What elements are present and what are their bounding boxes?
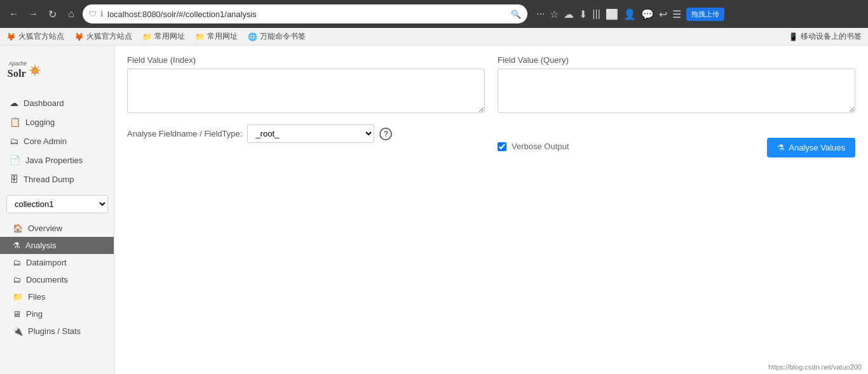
core-admin-icon: 🗂 bbox=[10, 136, 18, 146]
verbose-checkbox[interactable] bbox=[498, 142, 506, 151]
field-query-label: Field Value (Query) bbox=[498, 55, 855, 65]
home-button[interactable]: ⌂ bbox=[64, 6, 79, 22]
extension-icon: ☁ bbox=[564, 8, 574, 20]
main-content: Field Value (Index) Analyse Fieldname / … bbox=[114, 46, 868, 374]
bookmark-icon-2: 🦊 bbox=[74, 32, 84, 41]
bookmark-2[interactable]: 🦊 火狐官方站点 bbox=[74, 31, 132, 42]
svg-text:Solr: Solr bbox=[8, 67, 26, 79]
verbose-label: Verbose Output bbox=[512, 142, 569, 151]
bookmark-icon-1: 🦊 bbox=[6, 32, 16, 41]
thread-dump-icon: 🗄 bbox=[10, 174, 18, 184]
dataimport-icon: 🗂 bbox=[13, 258, 21, 267]
lock-icon: 🛡 bbox=[89, 10, 97, 18]
collection-nav-dataimport[interactable]: 🗂 Dataimport bbox=[0, 254, 114, 271]
browser-chrome: ← → ↻ ⌂ 🛡 ℹ localhost:8080/solr/#/collec… bbox=[0, 0, 868, 28]
dashboard-icon: ☁ bbox=[10, 98, 18, 108]
bookmark-icon-4: 📁 bbox=[195, 32, 205, 41]
sidebar-toggle-icon[interactable]: ⬜ bbox=[606, 8, 618, 20]
analyse-values-button[interactable]: ⚗ Analyse Values bbox=[767, 138, 855, 157]
field-index-textarea[interactable] bbox=[127, 69, 485, 113]
more-icon[interactable]: ··· bbox=[536, 8, 545, 20]
mobile-icon: 📱 bbox=[789, 32, 798, 41]
collection-nav-ping[interactable]: 🖥 Ping bbox=[0, 305, 114, 323]
refresh-button[interactable]: ↻ bbox=[44, 6, 60, 22]
logging-icon: 📋 bbox=[10, 117, 20, 127]
java-properties-icon: 📄 bbox=[10, 155, 20, 165]
info-icon: ℹ bbox=[100, 10, 104, 18]
verbose-row: Verbose Output bbox=[498, 142, 569, 151]
svg-text:Apache: Apache bbox=[8, 61, 27, 67]
bookmarks-bar: 🦊 火狐官方站点 🦊 火狐官方站点 📁 常用网址 📁 常用网址 🌐 万能命令书签… bbox=[0, 28, 868, 46]
field-index-section: Field Value (Index) Analyse Fieldname / … bbox=[127, 55, 485, 157]
back2-icon[interactable]: ↩ bbox=[659, 8, 667, 20]
overview-icon: 🏠 bbox=[13, 224, 23, 233]
back-button[interactable]: ← bbox=[6, 6, 22, 22]
field-index-label: Field Value (Index) bbox=[127, 55, 485, 65]
collection-nav-analysis[interactable]: ⚗ Analysis bbox=[0, 237, 114, 254]
filter-icon: ⚗ bbox=[777, 143, 785, 152]
bookmark-star-icon[interactable]: ☆ bbox=[550, 8, 559, 20]
bookmark-1[interactable]: 🦊 火狐官方站点 bbox=[6, 31, 64, 42]
bookmark-5[interactable]: 🌐 万能命令书签 bbox=[248, 31, 306, 42]
profile-icon: 👤 bbox=[623, 8, 636, 20]
bookmark-4[interactable]: 📁 常用网址 bbox=[195, 31, 238, 42]
collection-nav-documents[interactable]: 🗂 Documents bbox=[0, 271, 114, 288]
logo: Apache Solr bbox=[0, 46, 114, 93]
sidebar-nav: ☁ Dashboard 📋 Logging 🗂 Core Admin 📄 Jav… bbox=[0, 93, 114, 189]
field-query-section: Field Value (Query) Verbose Output ⚗ Ana… bbox=[498, 55, 855, 157]
sidebar-item-java-properties[interactable]: 📄 Java Properties bbox=[0, 150, 114, 170]
fieldname-select[interactable]: _root_ id title text bbox=[247, 124, 374, 143]
bookmark-icon-3: 📁 bbox=[142, 32, 152, 41]
app-container: Apache Solr bbox=[0, 46, 868, 374]
collection-nav-plugins[interactable]: 🔌 Plugins / Stats bbox=[0, 323, 114, 340]
ping-icon: 🖥 bbox=[13, 309, 21, 319]
collection-nav-overview[interactable]: 🏠 Overview bbox=[0, 220, 114, 237]
documents-icon: 🗂 bbox=[13, 275, 21, 284]
collection-nav: 🏠 Overview ⚗ Analysis 🗂 Dataimport 🗂 Doc… bbox=[0, 220, 114, 340]
sidebar-item-core-admin[interactable]: 🗂 Core Admin bbox=[0, 131, 114, 150]
url-text: localhost:8080/solr/#/collection1/analys… bbox=[107, 10, 507, 19]
sidebar: Apache Solr bbox=[0, 46, 114, 374]
bookmark-3[interactable]: 📁 常用网址 bbox=[142, 31, 185, 42]
solr-logo-svg: Apache Solr bbox=[6, 55, 44, 87]
files-icon: 📁 bbox=[13, 292, 23, 302]
help-icon[interactable]: ? bbox=[379, 128, 392, 140]
sidebar-item-dashboard[interactable]: ☁ Dashboard bbox=[0, 93, 114, 112]
svg-line-5 bbox=[37, 72, 39, 74]
search-icon: 🔍 bbox=[511, 10, 521, 19]
fieldname-row: Analyse Fieldname / FieldType: _root_ id… bbox=[127, 124, 485, 143]
collection-nav-files[interactable]: 📁 Files bbox=[0, 288, 114, 305]
forward-button[interactable]: → bbox=[25, 6, 41, 22]
download-icon[interactable]: ⬇ bbox=[579, 8, 587, 20]
svg-line-3 bbox=[37, 67, 39, 68]
plugins-icon: 🔌 bbox=[13, 326, 23, 336]
library-icon[interactable]: ||| bbox=[592, 8, 600, 20]
browser-actions: ··· ☆ ☁ ⬇ ||| ⬜ 👤 💬 ↩ ☰ 拖拽上传 bbox=[536, 8, 724, 21]
sidebar-item-logging[interactable]: 📋 Logging bbox=[0, 112, 114, 131]
sidebar-item-thread-dump[interactable]: 🗄 Thread Dump bbox=[0, 170, 114, 189]
field-query-textarea[interactable] bbox=[498, 69, 855, 113]
analysis-icon: ⚗ bbox=[13, 241, 20, 250]
address-bar[interactable]: 🛡 ℹ localhost:8080/solr/#/collection1/an… bbox=[83, 4, 527, 23]
analysis-form: Field Value (Index) Analyse Fieldname / … bbox=[127, 55, 855, 157]
bookmark-mobile[interactable]: 📱 移动设备上的书签 bbox=[789, 31, 862, 42]
fieldname-label: Analyse Fieldname / FieldType: bbox=[127, 129, 242, 138]
svg-line-7 bbox=[31, 72, 32, 74]
footer-link: https://blog.csdn.net/vatuo200 bbox=[768, 363, 862, 371]
svg-line-9 bbox=[31, 67, 32, 68]
bookmark-icon-5: 🌐 bbox=[248, 32, 257, 41]
upload-button[interactable]: 拖拽上传 bbox=[686, 8, 724, 21]
collection-selector[interactable]: collection1 bbox=[6, 195, 108, 213]
menu-icon[interactable]: ☰ bbox=[672, 8, 681, 20]
messages-icon[interactable]: 💬 bbox=[641, 8, 654, 20]
